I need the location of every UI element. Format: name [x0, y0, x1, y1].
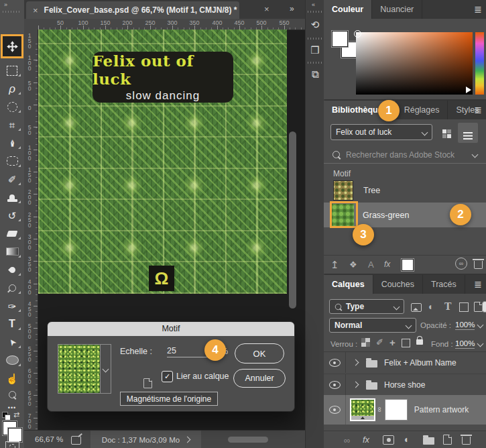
tab-couches[interactable]: Couches [373, 275, 423, 294]
opacity-value[interactable]: 100% [455, 321, 475, 330]
fill-color-swatch[interactable] [402, 259, 414, 271]
character-style-icon[interactable]: A [368, 260, 374, 270]
export-icon[interactable] [71, 436, 81, 445]
tab-calques[interactable]: Calques [324, 275, 373, 294]
horizontal-ruler[interactable]: 50 100 150 200 250 300 350 400 450 500 5… [38, 19, 305, 30]
clone-stamp-tool[interactable] [0, 189, 24, 205]
gradient-tool[interactable] [0, 243, 24, 260]
layer-row-felix-album[interactable]: Felix + Album Name [324, 352, 486, 373]
saturation-field[interactable] [356, 32, 473, 95]
layer-comps-panel-button[interactable]: ⟲ [306, 16, 324, 34]
tab-couleur[interactable]: Couleur [324, 0, 372, 19]
document-tab[interactable]: × Felix_Cover_base.psd @ 66,7% (Motif 1,… [26, 1, 239, 19]
stock-search-field[interactable]: Rechercher dans Adobe Stock [324, 146, 486, 164]
lock-transparency-icon[interactable] [361, 338, 370, 347]
creative-cloud-icon[interactable]: ∞ [455, 258, 467, 270]
toolbar-expand-icon[interactable]: » [4, 1, 7, 8]
pattern-layer-thumbnail[interactable] [350, 398, 375, 421]
tab-traces[interactable]: Tracés [423, 275, 465, 294]
brush-tool[interactable]: ✐ [0, 171, 24, 187]
libraries-trash-icon[interactable] [474, 258, 483, 269]
delete-layer-icon[interactable] [462, 434, 471, 445]
hue-slider[interactable] [475, 32, 484, 95]
tab-nuancier[interactable]: Nuancier [372, 0, 422, 19]
object-selection-tool[interactable] [0, 99, 24, 115]
tab-close-icon[interactable]: × [33, 6, 38, 15]
library-select[interactable]: Felix out of luck [330, 124, 432, 140]
canvas-vertical-scrollbar[interactable] [289, 131, 296, 309]
tree-thumbnail[interactable] [333, 180, 353, 201]
filter-image-icon[interactable] [411, 303, 422, 312]
pattern-dropdown-arrow[interactable] [101, 345, 111, 393]
fill-value[interactable]: 100% [455, 339, 475, 349]
canvas-artwork[interactable]: Felix out of luck slow dancing Ω [38, 30, 287, 294]
quick-mask-button[interactable] [0, 441, 24, 448]
library-item-tree[interactable]: Tree [324, 180, 486, 201]
visibility-toggle[interactable] [324, 374, 346, 395]
expand-group-icon[interactable] [353, 359, 359, 366]
lock-paint-icon[interactable]: ✐ [376, 337, 383, 347]
add-graphic-icon[interactable]: ❖ [349, 260, 357, 270]
eraser-tool[interactable] [0, 225, 24, 241]
crop-tool[interactable]: ⌗ [0, 117, 24, 133]
lasso-tool[interactable]: ρ [0, 80, 24, 97]
upload-icon[interactable]: ↥ [330, 259, 339, 271]
shape-tool[interactable] [0, 352, 24, 368]
healing-brush-tool[interactable] [0, 153, 24, 169]
opacity-chevron-icon[interactable] [477, 322, 484, 329]
new-group-icon[interactable] [423, 435, 434, 445]
link-to-layer-checkbox[interactable]: ✓ [162, 371, 173, 382]
layer-row-pattern-artwork[interactable]: ∞ Pattern artwork [324, 395, 486, 425]
lock-all-icon[interactable] [416, 335, 423, 345]
layers-panel-menu-icon[interactable]: ≣ [474, 279, 482, 290]
pattern-preview-dropdown[interactable] [58, 344, 111, 394]
link-mask-icon[interactable]: ∞ [376, 407, 384, 412]
filter-toggle[interactable] [482, 301, 486, 313]
shapes-panel-button[interactable]: ⧉ [306, 66, 324, 83]
status-chevron-icon[interactable] [184, 437, 191, 443]
tabbar-overflow-icon[interactable]: » [290, 4, 294, 13]
visibility-toggle[interactable] [324, 395, 346, 425]
blur-tool[interactable] [0, 262, 24, 278]
marquee-tool[interactable] [0, 62, 24, 78]
lock-position-icon[interactable]: + [389, 337, 396, 348]
visibility-toggle[interactable] [324, 352, 346, 373]
ok-button[interactable]: OK [235, 343, 284, 363]
pen-tool[interactable]: ✑ [0, 298, 24, 314]
default-colors-control[interactable]: ⇄ [2, 410, 22, 420]
grid-view-button[interactable] [439, 127, 454, 139]
dock-collapse-icon[interactable]: « [312, 1, 315, 8]
swap-colors-icon[interactable]: ⇄ [13, 410, 19, 419]
ruler-origin[interactable] [24, 19, 38, 30]
vertical-ruler[interactable]: 150 100 50 0 50 100 150 200 250 300 350 … [24, 30, 38, 430]
eyedropper-tool[interactable]: ✒ [0, 135, 24, 151]
move-tool[interactable] [1, 34, 23, 58]
toolbar-gripper[interactable] [3, 11, 21, 13]
foreground-swatch[interactable] [332, 31, 348, 47]
blend-mode-select[interactable]: Normal [329, 318, 416, 333]
filter-type-icon[interactable]: T [444, 301, 451, 312]
zoom-level[interactable]: 66,67 % [35, 435, 63, 443]
lock-artboard-icon[interactable] [402, 339, 410, 347]
layer-filter-select[interactable]: Type [329, 299, 404, 314]
tabbar-close-icon[interactable]: × [264, 5, 269, 13]
canvas-horizontal-scrollbar[interactable] [228, 437, 268, 443]
list-view-button[interactable] [458, 123, 478, 143]
new-layer-icon[interactable] [443, 435, 452, 445]
materials-panel-button[interactable]: ❒ [306, 42, 324, 59]
expand-group-icon[interactable] [353, 382, 359, 388]
type-tool[interactable]: T [0, 316, 24, 332]
libraries-panel-menu-icon[interactable]: ≣ [474, 105, 482, 115]
fx-icon[interactable]: fx [384, 260, 390, 269]
layer-mask-thumbnail[interactable] [385, 399, 408, 421]
filter-adjustment-icon[interactable]: ◐ [428, 301, 434, 312]
doc-size-indicator[interactable]: Doc : 1,37 Mo/3,09 Mo [90, 431, 201, 448]
layer-row-horse-shoe[interactable]: Horse shoe [324, 374, 486, 395]
add-mask-icon[interactable] [383, 435, 394, 445]
filter-shape-icon[interactable] [459, 302, 469, 312]
tab-reglages[interactable]: Réglages [396, 101, 448, 119]
path-selection-tool[interactable]: ➤ [0, 334, 24, 350]
link-layers-icon[interactable]: ∞ [344, 435, 350, 445]
snap-to-origin-button[interactable]: Magnétisme de l'origine [120, 392, 218, 406]
history-brush-tool[interactable]: ↺ [0, 207, 24, 223]
